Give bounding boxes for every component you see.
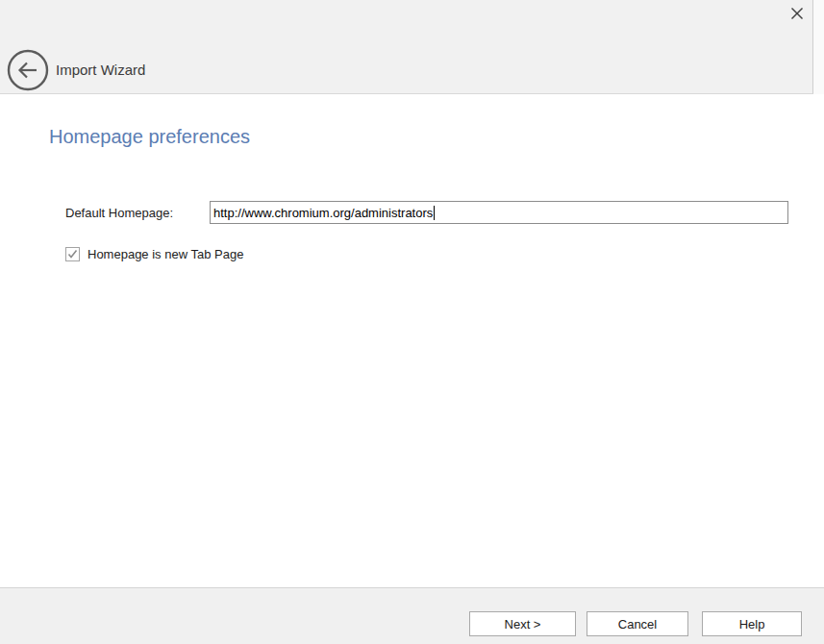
homepage-newtab-row: Homepage is new Tab Page — [65, 247, 243, 261]
default-homepage-value: http://www.chromium.org/administrators — [213, 206, 433, 220]
window-right-strip — [813, 0, 824, 94]
homepage-newtab-label: Homepage is new Tab Page — [87, 247, 243, 261]
homepage-newtab-checkbox[interactable] — [65, 247, 80, 261]
page-title: Homepage preferences — [49, 126, 250, 148]
close-button[interactable] — [786, 3, 809, 26]
close-icon — [790, 7, 804, 23]
wizard-header — [0, 0, 813, 94]
check-icon — [67, 246, 78, 263]
help-button[interactable]: Help — [702, 611, 802, 636]
back-button[interactable] — [7, 49, 49, 91]
wizard-title: Import Wizard — [56, 62, 145, 79]
default-homepage-label: Default Homepage: — [65, 206, 173, 220]
default-homepage-input[interactable]: http://www.chromium.org/administrators — [210, 201, 788, 224]
text-caret — [434, 206, 435, 220]
back-arrow-icon — [7, 78, 49, 94]
import-wizard-window: Import Wizard Homepage preferences Defau… — [0, 0, 824, 644]
wizard-footer: Next > Cancel Help — [0, 587, 824, 644]
next-button[interactable]: Next > — [469, 611, 576, 636]
cancel-button[interactable]: Cancel — [587, 611, 688, 636]
